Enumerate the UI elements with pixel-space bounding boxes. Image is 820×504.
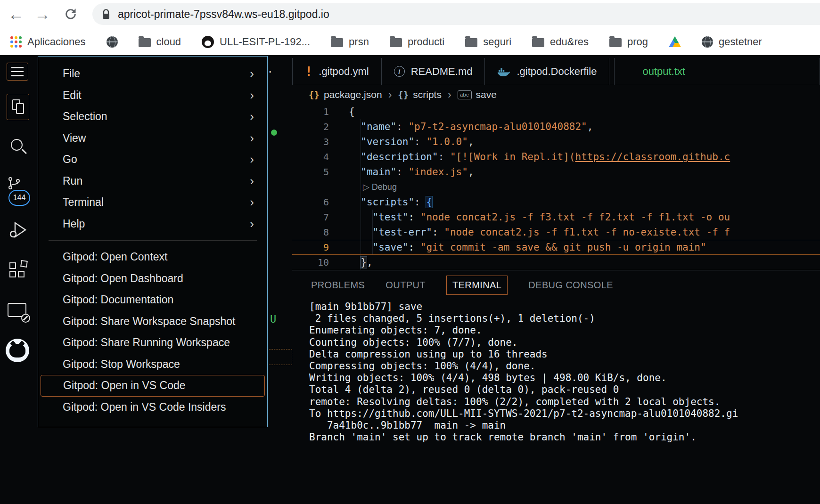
info-icon: i xyxy=(394,66,405,77)
menu-item-run[interactable]: Run› xyxy=(38,171,267,192)
terminal-output[interactable]: [main 9b1bb77] save 2 files changed, 5 i… xyxy=(309,301,820,504)
menu-item-label: Gitpod: Stop Workspace xyxy=(63,358,180,371)
bookmark-drive[interactable] xyxy=(669,36,681,47)
bookmark-ull-esit-pl-192[interactable]: ULL-ESIT-PL-192... xyxy=(202,36,310,48)
panel-tab-debug-console[interactable]: DEBUG CONSOLE xyxy=(528,280,613,291)
bookmark-label: prog xyxy=(627,36,648,48)
back-arrow-icon: ← xyxy=(8,5,24,24)
menu-item-gitpod-open-context[interactable]: Gitpod: Open Context xyxy=(38,246,267,268)
menu-item-gitpod-open-dashboard[interactable]: Gitpod: Open Dashboard xyxy=(38,268,267,290)
bookmark-seguri[interactable]: seguri xyxy=(465,36,511,48)
terminal-line: To https://github.com/ULL-MII-SYTWS-2021… xyxy=(309,408,820,420)
menu-item-selection[interactable]: Selection› xyxy=(38,106,267,128)
code-line[interactable]: 9 "save": "git commit -am save && git pu… xyxy=(292,240,820,255)
bookmarks-bar: AplicacionescloudULL-ESIT-PL-192...prsnp… xyxy=(0,28,820,55)
activity-remote-button[interactable] xyxy=(8,301,30,323)
bookmark-aplicaciones[interactable]: Aplicaciones xyxy=(10,36,86,48)
line-number: 8 xyxy=(292,227,329,238)
menu-item-go[interactable]: Go› xyxy=(38,149,267,171)
panel-tab-terminal[interactable]: TERMINAL xyxy=(446,276,508,295)
panel-tab-output[interactable]: OUTPUT xyxy=(385,280,426,291)
breadcrumb-item-save[interactable]: abcsave xyxy=(458,89,497,100)
menu-item-gitpod-share-workspace-snapshot[interactable]: Gitpod: Share Workspace Snapshot xyxy=(38,311,267,333)
modified-indicator-dot xyxy=(271,130,277,136)
code-area[interactable]: 1{2 "name": "p7-t2-asyncmap-alu010104088… xyxy=(292,104,820,270)
line-number: 6 xyxy=(292,196,329,208)
code-text: "test": "node concat2.js -f f3.txt -f f2… xyxy=(329,211,730,223)
breadcrumb-item-package-json[interactable]: {}package.json xyxy=(309,89,382,100)
code-line[interactable]: 5 "main": "index.js", xyxy=(292,164,820,179)
code-line[interactable]: 10 }, xyxy=(292,255,820,270)
panel-tab-problems[interactable]: PROBLEMS xyxy=(311,280,365,291)
code-line[interactable]: 3 "version": "1.0.0", xyxy=(292,134,820,149)
code-line[interactable]: 4 "description": "[![Work in Repl.it](ht… xyxy=(292,149,820,164)
code-line[interactable]: 8 "test-err": "node concat2.js -f f1.txt… xyxy=(292,225,820,240)
menu-item-label: Selection xyxy=(63,110,107,123)
panel-tabs: PROBLEMSOUTPUTTERMINALDEBUG CONSOLE xyxy=(292,273,820,297)
terminal-line: Branch 'main' set up to track remote bra… xyxy=(309,431,820,443)
address-bar[interactable]: apricot-primate-7pssv84w.ws-eu18.gitpod.… xyxy=(92,3,820,25)
breadcrumb-label: scripts xyxy=(413,89,442,100)
breadcrumb-separator-icon: › xyxy=(448,89,451,101)
back-button[interactable]: ← xyxy=(5,0,27,28)
forward-button[interactable]: → xyxy=(31,0,54,28)
editor-tab-readme-md[interactable]: iREADME.md xyxy=(382,58,485,85)
bookmark-prsn[interactable]: prsn xyxy=(331,36,369,48)
activity-explorer-button[interactable] xyxy=(7,94,29,120)
menu-hamburger-button[interactable] xyxy=(7,63,28,81)
code-line[interactable]: 1{ xyxy=(292,104,820,119)
line-number: 3 xyxy=(292,136,329,147)
menu-item-gitpod-stop-workspace[interactable]: Gitpod: Stop Workspace xyxy=(38,354,267,375)
menu-item-label: Gitpod: Open Dashboard xyxy=(63,272,183,285)
menu-item-view[interactable]: View› xyxy=(38,128,267,149)
terminal-line: remote: Resolving deltas: 100% (2/2), co… xyxy=(309,396,820,408)
bookmark-edu-res[interactable]: edu&res xyxy=(532,36,589,48)
menu-item-gitpod-share-running-workspace[interactable]: Gitpod: Share Running Workspace xyxy=(38,332,267,354)
bookmark-gestetner[interactable]: gestetner xyxy=(702,36,762,48)
codelens-debug[interactable]: ▷ Debug xyxy=(292,179,820,195)
code-line[interactable]: 2 "name": "p7-t2-asyncmap-alu0101040882"… xyxy=(292,119,820,134)
menu-item-label: Run xyxy=(63,175,82,187)
bookmark-label: seguri xyxy=(483,36,511,48)
menu-item-help[interactable]: Help› xyxy=(38,213,267,235)
bookmark-globe[interactable] xyxy=(107,36,118,48)
activity-source-control-button[interactable]: 144 xyxy=(8,177,31,208)
braces-icon: {} xyxy=(398,89,409,100)
menu-separator xyxy=(49,240,257,241)
bookmark-cloud[interactable]: cloud xyxy=(139,36,181,48)
activity-github-button[interactable] xyxy=(6,339,29,362)
menu-item-edit[interactable]: Edit› xyxy=(38,85,267,106)
menu-item-gitpod-documentation[interactable]: Gitpod: Documentation xyxy=(38,289,267,311)
code-line[interactable]: 6 "scripts": { xyxy=(292,195,820,210)
activity-search-button[interactable] xyxy=(9,138,28,157)
reload-button[interactable] xyxy=(59,0,82,28)
menu-item-label: View xyxy=(63,132,86,145)
menu-item-label: Gitpod: Share Workspace Snapshot xyxy=(63,315,236,328)
bookmark-prog[interactable]: prog xyxy=(609,36,648,48)
code-line[interactable]: 7 "test": "node concat2.js -f f3.txt -f … xyxy=(292,210,820,225)
menu-item-gitpod-open-in-vs-code-insiders[interactable]: Gitpod: Open in VS Code Insiders xyxy=(38,397,267,418)
page-root: ← → apricot-primate-7pssv84w.ws-eu18.git… xyxy=(0,0,820,504)
editor-tab-gitpod-yml[interactable]: !.gitpod.yml xyxy=(293,58,382,85)
terminal-line: Total 4 (delta 2), reused 0 (delta 0), p… xyxy=(309,384,820,396)
menu-item-label: Edit xyxy=(63,89,82,102)
breadcrumb-item-scripts[interactable]: {}scripts xyxy=(398,89,442,100)
menu-item-file[interactable]: File› xyxy=(38,63,267,85)
menu-item-gitpod-open-in-vs-code[interactable]: Gitpod: Open in VS Code xyxy=(41,375,265,397)
submenu-chevron-icon: › xyxy=(250,217,254,231)
terminal-line: 2 files changed, 5 insertions(+), 1 dele… xyxy=(309,313,820,325)
submenu-chevron-icon: › xyxy=(250,152,254,167)
terminal-line: [main 9b1bb77] save xyxy=(309,301,820,313)
bookmark-label: Aplicaciones xyxy=(27,36,86,48)
reload-icon xyxy=(64,8,77,21)
activity-run-debug-button[interactable] xyxy=(8,220,29,241)
editor-tab-output-txt[interactable]: output.txt xyxy=(614,58,820,85)
panel-divider[interactable] xyxy=(292,270,820,270)
bookmark-producti[interactable]: producti xyxy=(390,36,444,48)
menu-item-terminal[interactable]: Terminal› xyxy=(38,192,267,213)
terminal-line: 7a41b0c..9b1bb77 main -> main xyxy=(309,420,820,431)
line-number: 2 xyxy=(292,121,329,132)
activity-extensions-button[interactable] xyxy=(8,261,30,282)
editor-tab-gitpod-dockerfile[interactable]: .gitpod.Dockerfile xyxy=(485,58,609,85)
submenu-chevron-icon: › xyxy=(250,195,254,210)
